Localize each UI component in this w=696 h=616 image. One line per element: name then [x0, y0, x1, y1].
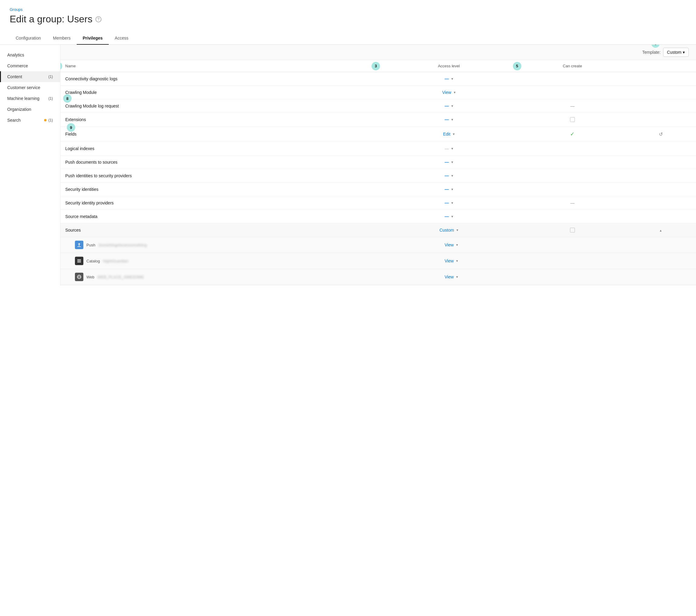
col-header-name: Name — [65, 64, 76, 68]
row-name: Extensions — [60, 113, 378, 127]
row-name: Sources — [60, 224, 378, 237]
access-value: — — [445, 76, 449, 81]
sidebar-item-search[interactable]: Search (1) 9 — [0, 115, 60, 126]
access-value: — — [445, 117, 449, 122]
can-create-dash: — — [570, 103, 574, 109]
col-header-access: Access level — [438, 64, 460, 68]
row-name: Source metadata — [60, 210, 378, 224]
row-name: Security identities — [60, 183, 378, 196]
chevron-down-icon[interactable]: ▾ — [456, 275, 458, 279]
sidebar-item-organization[interactable]: Organization — [0, 104, 60, 115]
sub-access-value: View — [445, 258, 454, 263]
search-dot-indicator — [44, 119, 47, 121]
row-name: Push identities to security providers — [60, 169, 378, 183]
sidebar-badge-machine-learning: (1) — [48, 96, 53, 100]
template-value: Custom — [667, 50, 681, 55]
chevron-down-icon[interactable]: ▾ — [451, 104, 453, 108]
row-name: Crawling Module log request — [60, 99, 378, 113]
access-value: — — [445, 160, 449, 165]
chevron-down-icon[interactable]: ▾ — [451, 160, 453, 164]
chevron-down-icon[interactable]: ▾ — [456, 259, 458, 263]
svg-rect-0 — [77, 246, 81, 247]
callout-6: 6 — [651, 45, 660, 48]
template-dropdown[interactable]: Custom ▾ — [663, 48, 689, 57]
sidebar-item-commerce[interactable]: Commerce — [0, 60, 60, 71]
source-type-web: Web — [86, 275, 95, 279]
sidebar-badge-content: (1) — [48, 75, 53, 79]
access-value: — — [445, 146, 449, 151]
tab-configuration[interactable]: Configuration — [10, 32, 47, 45]
sub-access-value: View — [445, 242, 454, 247]
table-row: Logical indexes — ▾ — [60, 142, 696, 156]
can-create-check: ✓ — [570, 131, 574, 137]
sidebar-item-machine-learning[interactable]: Machine learning (1) 8 — [0, 93, 60, 104]
tab-privileges[interactable]: Privileges — [77, 32, 109, 45]
table-row: Security identity providers — ▾ — — [60, 196, 696, 210]
chevron-down-icon[interactable]: ▾ — [451, 146, 453, 151]
sidebar-item-analytics[interactable]: 1 Analytics — [0, 50, 60, 60]
table-row: Crawling Module log request — ▾ — — [60, 99, 696, 113]
help-icon[interactable]: ? — [95, 16, 101, 22]
col-header-can-create: Can create — [563, 64, 582, 68]
table-row: Fields Edit ▾ ✓ ↺ 7 — [60, 127, 696, 142]
chevron-down-icon[interactable]: ▾ — [451, 201, 453, 205]
collapse-icon[interactable]: ▴ — [660, 228, 662, 232]
source-sub-row-web: Web WEB_PLACE_AWESOME View ▾ — [60, 269, 696, 285]
sidebar-label-commerce: Commerce — [7, 63, 28, 68]
row-name: Fields — [60, 127, 378, 142]
row-name: Security identity providers — [60, 196, 378, 210]
access-value: — — [445, 187, 449, 192]
tab-members[interactable]: Members — [47, 32, 76, 45]
sidebar-label-organization: Organization — [7, 107, 31, 112]
table-row: Push identities to security providers — … — [60, 169, 696, 183]
row-name: Logical indexes — [60, 142, 378, 156]
table-row-sources: Sources Custom ▾ ▴ — [60, 224, 696, 237]
can-create-checkbox[interactable] — [570, 117, 575, 122]
source-type-push: Push — [86, 243, 95, 247]
access-value: — — [445, 214, 449, 219]
chevron-down-icon[interactable]: ▾ — [451, 187, 453, 192]
tab-access[interactable]: Access — [109, 32, 135, 45]
can-create-dash: — — [570, 200, 574, 205]
chevron-down-icon[interactable]: ▾ — [453, 132, 455, 136]
table-row-source-sub: 4 Push Somethingelevensomething — [60, 237, 696, 285]
sidebar-label-machine-learning: Machine learning — [7, 96, 39, 101]
chevron-down-icon: ▾ — [683, 50, 685, 55]
chevron-down-icon[interactable]: ▾ — [451, 174, 453, 178]
reset-icon[interactable]: ↺ — [659, 132, 663, 137]
sidebar-item-content[interactable]: Content (1) — [0, 71, 60, 82]
sidebar-label-content: Content — [7, 74, 22, 79]
sidebar-label-customer-service: Customer service — [7, 85, 40, 90]
row-name: Push documents to sources — [60, 156, 378, 169]
chevron-down-icon[interactable]: ▾ — [454, 90, 456, 95]
sidebar-label-analytics: Analytics — [7, 52, 24, 58]
chevron-down-icon[interactable]: ▾ — [456, 243, 458, 247]
table-row: Connectivity diagnostic logs — ▾ — [60, 72, 696, 86]
access-value: Custom — [440, 228, 454, 232]
source-name-blurred-web: WEB_PLACE_AWESOME — [98, 275, 144, 279]
row-name: Connectivity diagnostic logs — [60, 72, 378, 86]
table-row: Source metadata — ▾ — [60, 210, 696, 224]
chevron-down-icon[interactable]: ▾ — [456, 228, 458, 232]
access-value: Edit — [443, 132, 450, 136]
sub-access-value: View — [445, 275, 454, 279]
callout-2: 2 — [60, 62, 62, 70]
source-type-catalog: Catalog — [86, 259, 100, 263]
row-name: Crawling Module — [60, 86, 378, 99]
access-value: — — [445, 173, 449, 178]
chevron-down-icon[interactable]: ▾ — [451, 117, 453, 122]
source-name-blurred-catalog: NightGuardian — [103, 259, 128, 263]
source-sub-row-push: Push Somethingelevensomething View ▾ — [60, 237, 696, 253]
can-create-checkbox-sources[interactable] — [570, 228, 575, 232]
template-label: Template: — [642, 50, 661, 55]
access-value: — — [445, 200, 449, 205]
access-value: — — [445, 103, 449, 109]
chevron-down-icon[interactable]: ▾ — [451, 214, 453, 218]
chevron-down-icon[interactable]: ▾ — [451, 77, 453, 81]
sidebar-item-customer-service[interactable]: Customer service — [0, 82, 60, 93]
source-sub-row-catalog: Catalog NightGuardian View ▾ — [60, 253, 696, 269]
source-icon-web — [75, 273, 83, 281]
breadcrumb[interactable]: Groups — [10, 7, 686, 12]
table-row: Crawling Module View ▾ — [60, 86, 696, 99]
source-icon-push — [75, 241, 83, 249]
